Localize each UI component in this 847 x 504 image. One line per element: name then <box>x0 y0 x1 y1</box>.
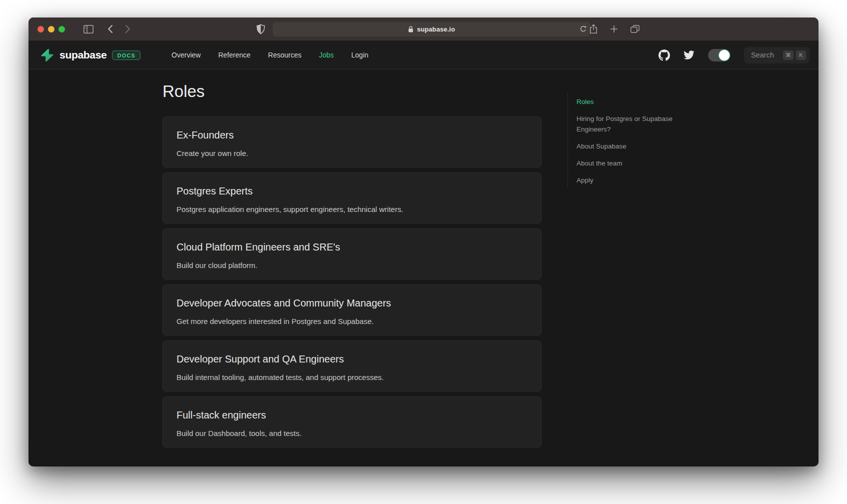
role-card-description: Build our Dashboard, tools, and tests. <box>176 429 528 438</box>
role-card[interactable]: Developer Support and QA Engineers Build… <box>162 340 542 392</box>
toc-link[interactable]: About Supabase <box>576 142 688 152</box>
role-card-description: Get more developers interested in Postgr… <box>176 317 528 326</box>
twitter-icon[interactable] <box>684 50 694 60</box>
role-card-title: Full-stack engineers <box>176 410 528 421</box>
role-card-title: Developer Advocates and Community Manage… <box>176 298 528 309</box>
dark-mode-toggle[interactable] <box>708 49 730 62</box>
role-card[interactable]: Postgres Experts Postgres application en… <box>162 172 542 224</box>
sidebar-toggle-icon[interactable] <box>84 25 94 34</box>
role-card[interactable]: Developer Advocates and Community Manage… <box>162 284 542 336</box>
search-input[interactable]: Search ⌘ K <box>744 47 810 64</box>
github-icon[interactable] <box>658 50 670 61</box>
role-card[interactable]: Ex-Founders Create your own role. <box>162 116 542 168</box>
role-card[interactable]: Cloud Platform Engineers and SRE's Build… <box>162 228 542 280</box>
tab-overview-icon[interactable] <box>630 25 640 33</box>
nav-links: Overview Reference Resources Jobs Login <box>172 51 368 59</box>
minimize-button[interactable] <box>48 26 54 32</box>
new-tab-icon[interactable] <box>610 25 618 33</box>
nav-link[interactable]: Login <box>352 51 368 59</box>
role-cards: Ex-Founders Create your own role. Postgr… <box>162 116 542 448</box>
back-button[interactable] <box>108 24 113 34</box>
forward-button[interactable] <box>125 24 130 34</box>
role-card-description: Build internal tooling, automated tests,… <box>176 373 528 382</box>
traffic-lights <box>28 26 65 32</box>
browser-window: supabase.io <box>28 18 818 466</box>
role-card-description: Create your own role. <box>176 149 528 158</box>
url-text: supabase.io <box>417 26 455 33</box>
role-card-description: Postgres application engineers, support … <box>176 205 528 214</box>
page-content: Roles Ex-Founders Create your own role. … <box>28 70 818 466</box>
role-card-title: Ex-Founders <box>176 130 528 141</box>
toggle-knob <box>718 50 730 61</box>
nav-link[interactable]: Reference <box>218 51 250 59</box>
supabase-logo-icon <box>40 48 54 62</box>
toc-link[interactable]: Roles <box>576 97 688 108</box>
address-bar[interactable]: supabase.io <box>273 22 591 36</box>
privacy-shield-icon[interactable] <box>256 24 266 34</box>
navbar-actions: Search ⌘ K <box>658 47 810 64</box>
toc-link[interactable]: Apply <box>576 176 688 186</box>
site-navbar: supabase DOCS Overview Reference Resourc… <box>28 41 818 70</box>
docs-badge: DOCS <box>112 50 140 60</box>
role-card-title: Postgres Experts <box>176 186 528 197</box>
brand-name: supabase <box>60 49 106 61</box>
role-card-description: Build our cloud platform. <box>176 261 528 270</box>
brand[interactable]: supabase DOCS <box>40 48 140 62</box>
toc-link[interactable]: Hiring for Postgres or Supabase Engineer… <box>576 114 688 135</box>
role-card[interactable]: Full-stack engineers Build our Dashboard… <box>162 396 542 448</box>
on-this-page-toc: Roles Hiring for Postgres or Supabase En… <box>568 92 688 188</box>
main-column: Roles Ex-Founders Create your own role. … <box>162 70 542 448</box>
browser-titlebar: supabase.io <box>28 18 818 41</box>
nav-link[interactable]: Overview <box>172 51 200 59</box>
role-card-title: Developer Support and QA Engineers <box>176 354 528 365</box>
nav-link[interactable]: Jobs <box>319 51 334 59</box>
nav-link[interactable]: Resources <box>268 51 302 59</box>
page-title: Roles <box>162 81 542 102</box>
search-placeholder: Search <box>751 51 780 59</box>
close-button[interactable] <box>38 26 44 32</box>
reload-icon[interactable] <box>580 26 586 32</box>
role-card-title: Cloud Platform Engineers and SRE's <box>176 242 528 253</box>
zoom-button[interactable] <box>58 26 65 32</box>
share-icon[interactable] <box>590 24 598 34</box>
toc-link[interactable]: About the team <box>576 158 688 169</box>
lock-icon <box>408 26 414 32</box>
k-key-badge: K <box>796 50 806 60</box>
command-key-badge: ⌘ <box>783 50 794 60</box>
